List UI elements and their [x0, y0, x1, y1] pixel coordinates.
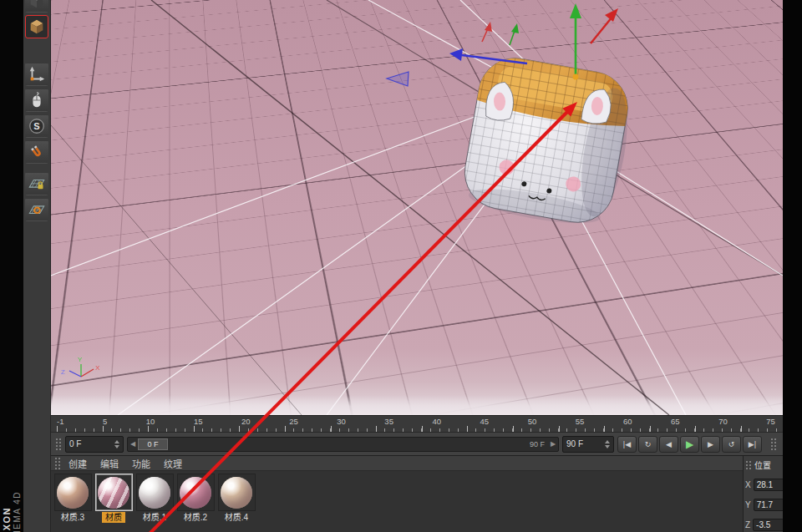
model-cube-icon	[28, 18, 46, 36]
ruler-label: 35	[384, 417, 393, 426]
menu-create[interactable]: 创建	[63, 457, 93, 470]
workplane-button[interactable]	[25, 198, 48, 221]
material-item[interactable]: 材质.1	[135, 474, 174, 523]
brand-maxon-text: MAXON	[2, 491, 12, 532]
menu-function[interactable]: 功能	[126, 457, 156, 470]
coord-row-z: Z -3.5	[745, 519, 783, 531]
magnet-snap-button[interactable]	[25, 140, 48, 164]
material-thumbnail[interactable]	[218, 474, 256, 511]
snap-s-button[interactable]: S	[25, 114, 48, 138]
coordinates-header: 位置	[745, 458, 783, 471]
slider-prev-arrow[interactable]: ◀	[128, 440, 138, 448]
drag-handle[interactable]	[745, 460, 752, 469]
ruler-labels: -1 5 10 15 20 25 30 35 40 45 50 55 60 65…	[51, 416, 783, 426]
workplane-lock-button[interactable]	[25, 172, 48, 195]
material-thumbnail[interactable]	[136, 474, 174, 511]
drag-handle[interactable]	[55, 438, 62, 450]
go-start-button[interactable]: |◀	[617, 436, 637, 453]
material-item[interactable]: 材质.4	[217, 474, 256, 523]
material-label: 材质	[102, 512, 125, 523]
frame-spinner[interactable]	[114, 440, 119, 448]
brand-strip: MAXON CINEMA 4D	[0, 0, 23, 532]
prev-frame-button[interactable]: ◀	[659, 436, 678, 453]
left-tool-palette: S	[23, 0, 51, 532]
brand-cinema4d-text: CINEMA 4D	[13, 491, 22, 532]
ruler-label: 25	[289, 417, 298, 426]
play-button[interactable]: ▶	[680, 436, 699, 453]
slider-handle-label: 0 F	[147, 440, 158, 448]
coord-row-y: Y 71.7	[745, 499, 783, 511]
s-badge-icon: S	[28, 117, 46, 135]
material-item[interactable]: 材质.2	[176, 474, 215, 523]
drag-handle[interactable]	[54, 457, 61, 469]
mouse-tool-button[interactable]	[25, 89, 48, 112]
model-mode-button[interactable]	[25, 15, 48, 38]
axis-x-label: X	[95, 364, 100, 372]
ruler-label: 65	[671, 417, 680, 426]
ruler-major-ticks	[57, 426, 777, 432]
coord-x-label: X	[745, 480, 751, 489]
material-sphere	[57, 477, 89, 509]
axis-mode-button[interactable]	[25, 63, 48, 86]
coord-z-label: Z	[745, 520, 750, 529]
next-frame-button[interactable]: ▶	[701, 436, 720, 453]
ruler-label: 55	[576, 417, 585, 426]
timeline-controls: 0 F ◀ 0 F 90 F ▶ 90 F |◀ ↻ ◀ ▶	[51, 432, 783, 455]
ruler-label: 60	[623, 417, 632, 426]
material-menubar: 创建 编辑 功能 纹理	[51, 456, 743, 471]
material-item-selected[interactable]: 材质	[94, 474, 133, 523]
brand-logo: MAXON CINEMA 4D	[2, 491, 22, 532]
material-list: 材质.3 材质 材质.1	[51, 471, 743, 532]
coord-y-field[interactable]: 71.7	[754, 499, 783, 511]
ruler-label: 70	[718, 417, 728, 426]
drag-handle[interactable]	[770, 438, 777, 450]
workplane-icon	[28, 200, 46, 219]
white-guide-lines	[51, 0, 783, 415]
material-sphere	[139, 477, 170, 509]
material-thumbnail[interactable]	[54, 474, 92, 511]
menu-texture[interactable]: 纹理	[158, 457, 188, 470]
material-manager: 创建 编辑 功能 纹理 材质.3	[51, 455, 743, 532]
material-item[interactable]: 材质.3	[53, 474, 92, 523]
current-frame-field[interactable]: 0 F	[65, 436, 124, 453]
ruler-label: 5	[103, 417, 107, 426]
workplane-lock-icon	[28, 175, 46, 193]
convert-editable-button[interactable]	[25, 0, 48, 13]
ruler-label: 15	[194, 417, 203, 426]
material-thumbnail[interactable]	[95, 474, 133, 511]
current-frame-value: 0 F	[69, 439, 111, 448]
cat-cube-model[interactable]	[459, 53, 637, 232]
ruler-label: 40	[432, 417, 441, 426]
timeline-slider[interactable]: ◀ 0 F 90 F ▶	[127, 437, 559, 452]
main-column: Y X Z -1 5 10 15 20 25 30 35 40 45	[51, 0, 783, 532]
ruler-label: 75	[766, 417, 775, 426]
viewport-3d[interactable]: Y X Z	[51, 0, 783, 415]
ruler-label: 50	[528, 417, 537, 426]
loop-button[interactable]: ↺	[722, 436, 741, 453]
material-thumbnail[interactable]	[177, 474, 215, 511]
frame-spinner[interactable]	[605, 440, 610, 448]
world-axis-indicator: Y X Z	[61, 356, 100, 377]
material-sphere	[180, 477, 211, 509]
viewport-scene: Y X Z	[51, 0, 783, 415]
dark-guide-lines	[51, 0, 783, 415]
cinema4d-window: MAXON CINEMA 4D S	[0, 0, 802, 532]
material-label: 材质.1	[140, 512, 170, 523]
end-frame-value: 90 F	[566, 439, 602, 448]
material-sphere	[98, 477, 129, 509]
timeline-ruler[interactable]: -1 5 10 15 20 25 30 35 40 45 50 55 60 65…	[51, 415, 783, 432]
menu-edit[interactable]: 编辑	[94, 457, 124, 470]
go-end-button[interactable]: ▶|	[743, 436, 762, 453]
material-sphere	[221, 477, 252, 509]
coord-row-x: X 28.1	[745, 479, 783, 491]
coord-z-field[interactable]: -3.5	[753, 519, 783, 531]
axis-z-label: Z	[61, 368, 65, 376]
coord-x-field[interactable]: 28.1	[754, 479, 783, 491]
timeline-slider-handle[interactable]: 0 F	[138, 438, 168, 450]
cube-icon	[28, 0, 46, 10]
ruler-label: 10	[146, 417, 155, 426]
end-frame-field[interactable]: 90 F	[562, 436, 614, 453]
loop-back-button[interactable]: ↻	[638, 436, 657, 453]
svg-text:S: S	[33, 121, 39, 131]
slider-next-arrow[interactable]: ▶	[548, 440, 558, 448]
